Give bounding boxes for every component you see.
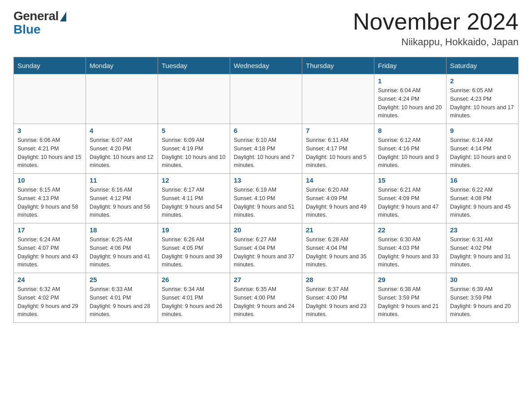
table-cell: 25Sunrise: 6:33 AMSunset: 4:01 PMDayligh… — [86, 273, 158, 323]
day-info: Sunrise: 6:16 AMSunset: 4:12 PMDaylight:… — [90, 186, 154, 219]
day-number: 27 — [234, 276, 298, 283]
day-number: 26 — [162, 276, 226, 283]
table-cell: 16Sunrise: 6:22 AMSunset: 4:08 PMDayligh… — [446, 174, 519, 223]
page-subtitle: Niikappu, Hokkaido, Japan — [353, 36, 519, 48]
day-info: Sunrise: 6:21 AMSunset: 4:09 PMDaylight:… — [378, 186, 442, 219]
table-cell: 28Sunrise: 6:37 AMSunset: 4:00 PMDayligh… — [302, 273, 374, 323]
table-cell: 2Sunrise: 6:05 AMSunset: 4:23 PMDaylight… — [446, 74, 519, 124]
col-saturday: Saturday — [446, 57, 519, 74]
logo-blue-text: Blue — [13, 23, 41, 36]
day-info: Sunrise: 6:30 AMSunset: 4:03 PMDaylight:… — [378, 235, 442, 269]
day-info: Sunrise: 6:11 AMSunset: 4:17 PMDaylight:… — [306, 136, 370, 170]
calendar-header-row: Sunday Monday Tuesday Wednesday Thursday… — [14, 57, 519, 74]
day-number: 6 — [234, 127, 298, 134]
day-number: 17 — [17, 226, 82, 234]
day-info: Sunrise: 6:33 AMSunset: 4:01 PMDaylight:… — [90, 285, 154, 319]
table-cell: 17Sunrise: 6:24 AMSunset: 4:07 PMDayligh… — [14, 223, 86, 273]
day-info: Sunrise: 6:28 AMSunset: 4:04 PMDaylight:… — [306, 235, 370, 269]
table-cell — [14, 74, 86, 124]
day-info: Sunrise: 6:10 AMSunset: 4:18 PMDaylight:… — [234, 136, 298, 170]
day-info: Sunrise: 6:37 AMSunset: 4:00 PMDaylight:… — [306, 285, 370, 319]
day-number: 21 — [306, 226, 370, 234]
day-number: 14 — [306, 176, 370, 184]
table-cell: 4Sunrise: 6:07 AMSunset: 4:20 PMDaylight… — [86, 124, 158, 174]
table-cell: 19Sunrise: 6:26 AMSunset: 4:05 PMDayligh… — [158, 223, 230, 273]
day-info: Sunrise: 6:17 AMSunset: 4:11 PMDaylight:… — [162, 186, 226, 219]
week-row-5: 24Sunrise: 6:32 AMSunset: 4:02 PMDayligh… — [14, 273, 519, 323]
col-sunday: Sunday — [14, 57, 86, 74]
day-number: 12 — [162, 176, 226, 184]
day-info: Sunrise: 6:25 AMSunset: 4:06 PMDaylight:… — [90, 235, 154, 269]
table-cell: 13Sunrise: 6:19 AMSunset: 4:10 PMDayligh… — [230, 174, 302, 223]
logo: General Blue — [13, 9, 66, 36]
day-info: Sunrise: 6:27 AMSunset: 4:04 PMDaylight:… — [234, 235, 298, 269]
table-cell: 29Sunrise: 6:38 AMSunset: 3:59 PMDayligh… — [374, 273, 446, 323]
day-number: 3 — [17, 127, 82, 134]
day-number: 5 — [162, 127, 226, 134]
day-info: Sunrise: 6:06 AMSunset: 4:21 PMDaylight:… — [17, 136, 82, 170]
day-info: Sunrise: 6:32 AMSunset: 4:02 PMDaylight:… — [17, 285, 82, 319]
day-number: 25 — [90, 276, 154, 283]
day-number: 28 — [306, 276, 370, 283]
day-info: Sunrise: 6:26 AMSunset: 4:05 PMDaylight:… — [162, 235, 226, 269]
day-number: 19 — [162, 226, 226, 234]
day-number: 20 — [234, 226, 298, 234]
table-cell: 30Sunrise: 6:39 AMSunset: 3:59 PMDayligh… — [446, 273, 519, 323]
col-friday: Friday — [374, 57, 446, 74]
logo-top: General — [13, 9, 66, 23]
table-cell: 8Sunrise: 6:12 AMSunset: 4:16 PMDaylight… — [374, 124, 446, 174]
day-info: Sunrise: 6:19 AMSunset: 4:10 PMDaylight:… — [234, 186, 298, 219]
table-cell: 10Sunrise: 6:15 AMSunset: 4:13 PMDayligh… — [14, 174, 86, 223]
day-info: Sunrise: 6:24 AMSunset: 4:07 PMDaylight:… — [17, 235, 82, 269]
page-header: General Blue November 2024 Niikappu, Hok… — [13, 9, 519, 48]
day-number: 2 — [450, 77, 515, 85]
day-info: Sunrise: 6:31 AMSunset: 4:02 PMDaylight:… — [450, 235, 515, 269]
day-info: Sunrise: 6:35 AMSunset: 4:00 PMDaylight:… — [234, 285, 298, 319]
page-title: November 2024 — [353, 9, 519, 34]
day-info: Sunrise: 6:04 AMSunset: 4:24 PMDaylight:… — [378, 86, 442, 120]
day-info: Sunrise: 6:09 AMSunset: 4:19 PMDaylight:… — [162, 136, 226, 170]
day-number: 7 — [306, 127, 370, 134]
table-cell: 21Sunrise: 6:28 AMSunset: 4:04 PMDayligh… — [302, 223, 374, 273]
table-cell: 1Sunrise: 6:04 AMSunset: 4:24 PMDaylight… — [374, 74, 446, 124]
day-info: Sunrise: 6:39 AMSunset: 3:59 PMDaylight:… — [450, 285, 515, 319]
col-tuesday: Tuesday — [158, 57, 230, 74]
day-number: 30 — [450, 276, 515, 283]
table-cell — [230, 74, 302, 124]
week-row-3: 10Sunrise: 6:15 AMSunset: 4:13 PMDayligh… — [14, 174, 519, 223]
day-number: 13 — [234, 176, 298, 184]
day-info: Sunrise: 6:34 AMSunset: 4:01 PMDaylight:… — [162, 285, 226, 319]
table-cell — [302, 74, 374, 124]
week-row-4: 17Sunrise: 6:24 AMSunset: 4:07 PMDayligh… — [14, 223, 519, 273]
col-thursday: Thursday — [302, 57, 374, 74]
day-number: 24 — [17, 276, 82, 283]
day-info: Sunrise: 6:14 AMSunset: 4:14 PMDaylight:… — [450, 136, 515, 170]
day-info: Sunrise: 6:38 AMSunset: 3:59 PMDaylight:… — [378, 285, 442, 319]
day-info: Sunrise: 6:07 AMSunset: 4:20 PMDaylight:… — [90, 136, 154, 170]
day-info: Sunrise: 6:15 AMSunset: 4:13 PMDaylight:… — [17, 186, 82, 219]
week-row-1: 1Sunrise: 6:04 AMSunset: 4:24 PMDaylight… — [14, 74, 519, 124]
calendar-table: Sunday Monday Tuesday Wednesday Thursday… — [13, 57, 519, 323]
day-number: 1 — [378, 77, 442, 85]
day-info: Sunrise: 6:05 AMSunset: 4:23 PMDaylight:… — [450, 86, 515, 120]
table-cell: 9Sunrise: 6:14 AMSunset: 4:14 PMDaylight… — [446, 124, 519, 174]
logo-triangle-icon — [60, 12, 66, 21]
logo-general-text: General — [13, 9, 59, 23]
day-info: Sunrise: 6:12 AMSunset: 4:16 PMDaylight:… — [378, 136, 442, 170]
table-cell: 6Sunrise: 6:10 AMSunset: 4:18 PMDaylight… — [230, 124, 302, 174]
table-cell: 11Sunrise: 6:16 AMSunset: 4:12 PMDayligh… — [86, 174, 158, 223]
table-cell: 18Sunrise: 6:25 AMSunset: 4:06 PMDayligh… — [86, 223, 158, 273]
table-cell: 24Sunrise: 6:32 AMSunset: 4:02 PMDayligh… — [14, 273, 86, 323]
day-info: Sunrise: 6:20 AMSunset: 4:09 PMDaylight:… — [306, 186, 370, 219]
table-cell: 15Sunrise: 6:21 AMSunset: 4:09 PMDayligh… — [374, 174, 446, 223]
day-number: 8 — [378, 127, 442, 134]
day-number: 10 — [17, 176, 82, 184]
table-cell: 26Sunrise: 6:34 AMSunset: 4:01 PMDayligh… — [158, 273, 230, 323]
table-cell: 27Sunrise: 6:35 AMSunset: 4:00 PMDayligh… — [230, 273, 302, 323]
day-number: 11 — [90, 176, 154, 184]
table-cell: 7Sunrise: 6:11 AMSunset: 4:17 PMDaylight… — [302, 124, 374, 174]
day-info: Sunrise: 6:22 AMSunset: 4:08 PMDaylight:… — [450, 186, 515, 219]
title-block: November 2024 Niikappu, Hokkaido, Japan — [353, 9, 519, 48]
day-number: 15 — [378, 176, 442, 184]
col-monday: Monday — [86, 57, 158, 74]
